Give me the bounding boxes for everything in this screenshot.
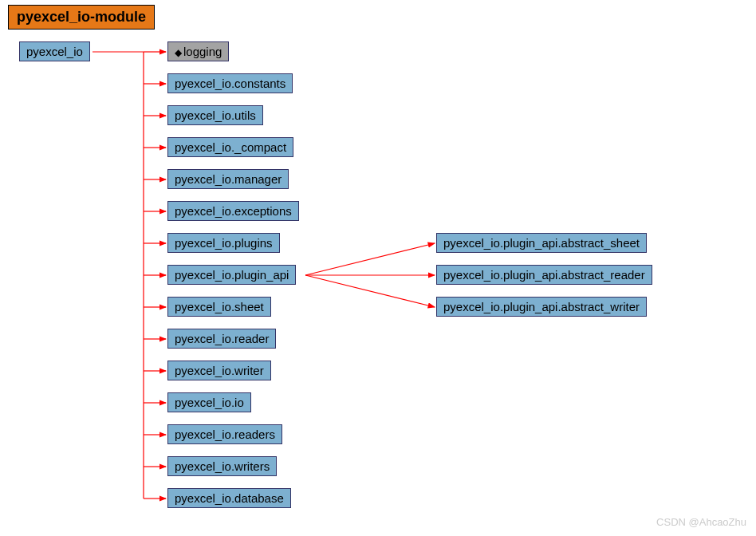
subchild-abstract-sheet: pyexcel_io.plugin_api.abstract_sheet <box>436 233 647 253</box>
child-node-exceptions: pyexcel_io.exceptions <box>167 201 299 221</box>
subchild-abstract-writer: pyexcel_io.plugin_api.abstract_writer <box>436 297 647 317</box>
child-node-reader: pyexcel_io.reader <box>167 329 276 349</box>
logging-label: logging <box>183 45 222 58</box>
child-node-plugin-api: pyexcel_io.plugin_api <box>167 265 296 285</box>
diagram-title: pyexcel_io-module <box>8 5 155 30</box>
child-node-utils: pyexcel_io.utils <box>167 105 263 125</box>
watermark: CSDN @AhcaoZhu <box>656 516 746 528</box>
child-node-io: pyexcel_io.io <box>167 392 251 412</box>
subchild-abstract-reader: pyexcel_io.plugin_api.abstract_reader <box>436 265 652 285</box>
child-node-logging: ◆logging <box>167 41 229 61</box>
root-node: pyexcel_io <box>19 41 90 61</box>
diamond-icon: ◆ <box>175 47 182 58</box>
child-node-constants: pyexcel_io.constants <box>167 73 293 93</box>
child-node-plugins: pyexcel_io.plugins <box>167 233 280 253</box>
svg-line-19 <box>305 275 435 307</box>
child-node-writer: pyexcel_io.writer <box>167 361 271 380</box>
svg-line-17 <box>305 243 435 275</box>
child-node-sheet: pyexcel_io.sheet <box>167 297 271 317</box>
child-node-database: pyexcel_io.database <box>167 488 291 508</box>
child-node-compact: pyexcel_io._compact <box>167 137 293 157</box>
child-node-readers: pyexcel_io.readers <box>167 424 282 444</box>
child-node-writers: pyexcel_io.writers <box>167 456 277 476</box>
child-node-manager: pyexcel_io.manager <box>167 169 289 189</box>
